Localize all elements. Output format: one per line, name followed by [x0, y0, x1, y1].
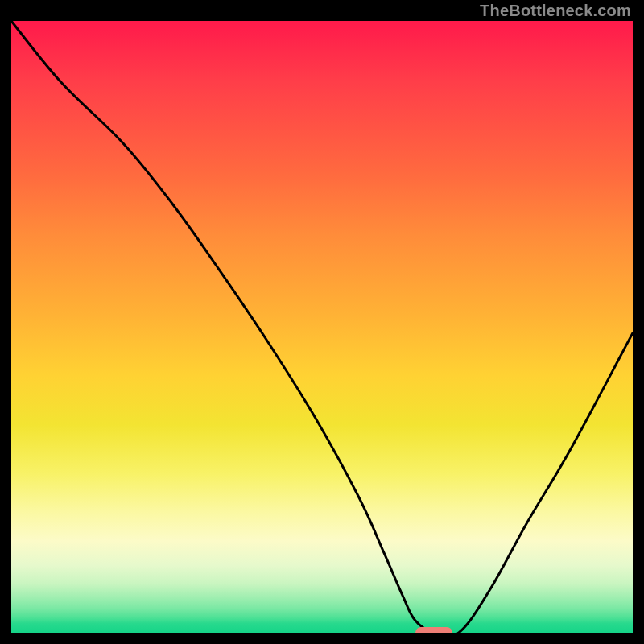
watermark-label: TheBottleneck.com — [480, 2, 631, 20]
chart-frame: TheBottleneck.com — [0, 0, 644, 644]
optimum-marker — [415, 627, 452, 633]
plot-area — [11, 21, 633, 633]
bottleneck-curve — [11, 21, 633, 633]
